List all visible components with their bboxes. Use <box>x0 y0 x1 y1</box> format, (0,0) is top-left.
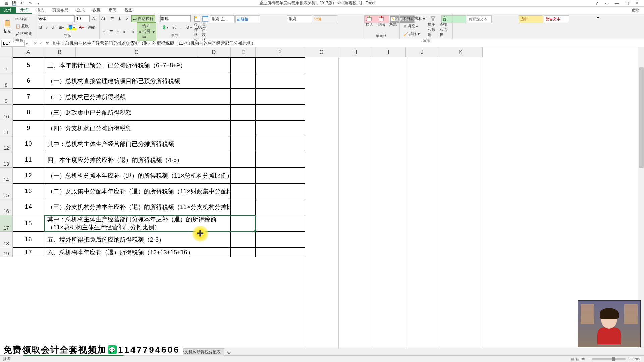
redo-icon[interactable]: ↷ <box>28 1 33 6</box>
scrollbar-thumb[interactable] <box>639 67 644 168</box>
cell-B14[interactable]: （一）总机构分摊本年应补（退）的所得税额（11×总机构分摊比例） <box>44 168 231 183</box>
align-center-icon[interactable]: ☰ <box>108 29 114 35</box>
col-header-B[interactable]: B <box>44 47 76 57</box>
col-header-J[interactable]: J <box>406 47 439 57</box>
col-header-C[interactable]: C <box>76 47 197 57</box>
bold-button[interactable]: B <box>38 24 44 31</box>
merge-button[interactable]: ⬌ 合并后居中▾ <box>137 22 156 41</box>
indent-dec-icon[interactable]: ⇤ <box>122 29 128 35</box>
cell-A9[interactable]: 7 <box>13 89 44 105</box>
insert-cells-button[interactable]: 插入 <box>365 15 374 27</box>
close-icon[interactable]: ✕ <box>634 0 640 6</box>
row-header-19[interactable]: 19 <box>0 247 13 257</box>
underline-button[interactable]: U <box>50 24 56 31</box>
cell-F16[interactable] <box>256 199 305 215</box>
cell-E14[interactable] <box>231 168 256 183</box>
format-cells-button[interactable]: 格式 <box>389 15 397 27</box>
cell-E7[interactable] <box>231 57 256 73</box>
fill-color-button[interactable]: 🪣▾ <box>67 24 76 31</box>
format-painter-button[interactable]: 🖌 格式刷 <box>14 30 34 37</box>
menu-review[interactable]: 审阅 <box>105 7 121 14</box>
cell-E16[interactable] <box>231 199 256 215</box>
cell-B7[interactable]: 三、本年累计已预分、已分摊所得税额（6+7+8+9） <box>44 57 231 73</box>
indent-inc-icon[interactable]: ⇥ <box>129 29 136 35</box>
row-header-14[interactable]: 14 <box>0 168 13 183</box>
number-format-select[interactable] <box>160 15 191 22</box>
delete-cells-button[interactable]: 删除 <box>377 15 386 27</box>
cell-E15[interactable] <box>231 183 256 199</box>
fill-button[interactable]: ⬇ 填充 ▾ <box>402 23 426 30</box>
cell-styles-gallery[interactable]: 常规_主... 超链接 <box>210 15 286 32</box>
row-header-16[interactable]: 16 <box>0 199 13 215</box>
undo-icon[interactable]: ↶ <box>19 1 25 6</box>
col-header-G[interactable]: G <box>305 47 338 57</box>
percent-icon[interactable]: % <box>171 24 178 31</box>
zoom-out-icon[interactable]: − <box>588 357 590 361</box>
copy-button[interactable]: 📋 复制 <box>14 23 34 30</box>
row-header-12[interactable]: 12 <box>0 136 13 152</box>
fx-icon[interactable]: fx <box>44 41 50 46</box>
row-header-18[interactable]: 18 <box>0 232 13 247</box>
save-icon[interactable]: 💾 <box>11 1 17 6</box>
page-break-view-icon[interactable]: ▭ <box>581 357 585 361</box>
cell-A12[interactable]: 10 <box>13 136 44 152</box>
zoom-value[interactable]: 178% <box>630 357 641 361</box>
font-size-select[interactable] <box>76 15 90 22</box>
cell-F7[interactable] <box>256 57 305 73</box>
cell-A19[interactable]: 17 <box>13 247 44 257</box>
style-neutral[interactable]: 适中 <box>519 15 543 23</box>
ribbon-options-icon[interactable]: ▭ <box>604 0 610 6</box>
cell-E13[interactable] <box>231 152 256 168</box>
font-color-button[interactable]: A▾ <box>78 24 85 31</box>
cell-F19[interactable] <box>256 247 305 257</box>
menu-view[interactable]: 视图 <box>121 7 137 14</box>
cell-A8[interactable]: 6 <box>13 73 44 89</box>
comma-icon[interactable]: , <box>179 24 183 31</box>
cell-E18[interactable] <box>231 232 256 247</box>
row-header-8[interactable]: 8 <box>0 73 13 89</box>
help-icon[interactable]: ? <box>594 0 600 6</box>
cell-F17[interactable] <box>256 215 305 232</box>
cell-F14[interactable] <box>256 168 305 183</box>
enter-formula-icon[interactable]: ✓ <box>39 41 42 46</box>
maximize-icon[interactable]: ▢ <box>624 0 630 6</box>
align-top-icon[interactable]: ⬆ <box>102 16 108 22</box>
cell-A10[interactable]: 8 <box>13 105 44 120</box>
cell-E17[interactable] <box>231 215 256 232</box>
cell-E9[interactable] <box>231 89 256 105</box>
cell-E19[interactable] <box>231 247 256 257</box>
page-layout-view-icon[interactable]: ▤ <box>576 357 579 361</box>
cell-A17[interactable]: 15 <box>13 215 44 232</box>
cell-B8[interactable]: （一）总机构直接管理建筑项目部已预分所得税额 <box>44 73 231 89</box>
cell-A15[interactable]: 13 <box>13 183 44 199</box>
styles-more-icon[interactable]: ▾ <box>596 15 600 20</box>
qat-customize-icon[interactable]: ▾ <box>36 1 41 6</box>
cell-B15[interactable]: （二）财政集中分配本年应补（退）的所得税额（11×财政集中分配比例） <box>44 183 231 199</box>
formula-bar[interactable]: 其中：总机构主体生产经营部门分摊本年应补（退）的所得税额（11×总机构主体生产经… <box>50 40 644 46</box>
row-header-11[interactable]: 11 <box>0 120 13 136</box>
cell-B11[interactable]: （四）分支机构已分摊所得税额 <box>44 120 231 136</box>
name-box[interactable]: B17 <box>1 40 25 47</box>
col-header-F[interactable]: F <box>256 47 305 57</box>
cell-B12[interactable]: 其中：总机构主体生产经营部门已分摊所得税额 <box>44 136 231 152</box>
cell-A11[interactable]: 9 <box>13 120 44 136</box>
autosum-button[interactable]: Σ 自动求和 ▾ <box>402 15 426 22</box>
style-warn[interactable]: 警告文本 <box>544 15 569 23</box>
minimize-icon[interactable]: — <box>614 0 620 6</box>
select-all-corner[interactable] <box>0 47 13 57</box>
menu-home[interactable]: 开始 <box>16 7 32 14</box>
border-button[interactable]: ▦▾ <box>57 24 65 31</box>
cell-E11[interactable] <box>231 120 256 136</box>
cell-F11[interactable] <box>256 120 305 136</box>
row-header-7[interactable]: 7 <box>0 57 13 73</box>
cell-A16[interactable]: 14 <box>13 199 44 215</box>
find-select-button[interactable]: 查找和选择 <box>440 15 450 37</box>
col-header-A[interactable]: A <box>13 47 44 57</box>
style-normal[interactable]: 常规 <box>287 15 312 23</box>
cell-F8[interactable] <box>256 73 305 89</box>
cell-F9[interactable] <box>256 89 305 105</box>
cell-F10[interactable] <box>256 105 305 120</box>
row-header-10[interactable]: 10 <box>0 105 13 120</box>
menu-page-layout[interactable]: 页面布局 <box>48 7 72 14</box>
cell-F15[interactable] <box>256 183 305 199</box>
